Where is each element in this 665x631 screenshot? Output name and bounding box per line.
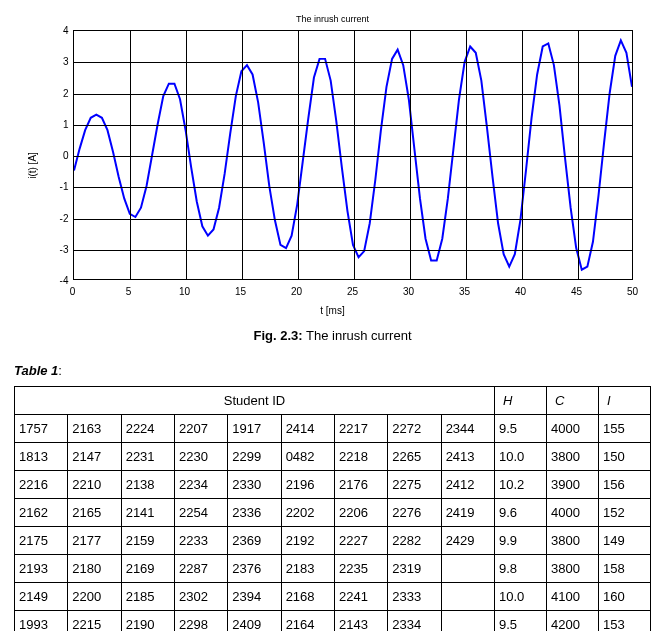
cell-student-id: 2298 bbox=[174, 611, 227, 632]
cell-C: 3800 bbox=[547, 555, 599, 583]
cell-student-id bbox=[441, 611, 494, 632]
figure-caption: Fig. 2.3: The inrush current bbox=[10, 328, 655, 343]
cell-student-id: 2207 bbox=[174, 415, 227, 443]
cell-student-id: 2141 bbox=[121, 499, 174, 527]
cell-student-id bbox=[441, 583, 494, 611]
cell-student-id: 2143 bbox=[334, 611, 387, 632]
cell-student-id: 2394 bbox=[228, 583, 281, 611]
cell-student-id: 2276 bbox=[388, 499, 441, 527]
table-row: 2162216521412254233622022206227624199.64… bbox=[15, 499, 651, 527]
cell-student-id: 2419 bbox=[441, 499, 494, 527]
y-tick: 1 bbox=[29, 118, 69, 129]
cell-H: 10.2 bbox=[495, 471, 547, 499]
cell-student-id: 2200 bbox=[68, 583, 121, 611]
x-axis-label: t [ms] bbox=[320, 305, 344, 316]
cell-student-id: 2414 bbox=[281, 415, 334, 443]
cell-student-id: 2272 bbox=[388, 415, 441, 443]
figure-label: Fig. 2.3: bbox=[253, 328, 302, 343]
header-student-id: Student ID bbox=[15, 387, 495, 415]
cell-student-id: 2233 bbox=[174, 527, 227, 555]
cell-student-id: 2254 bbox=[174, 499, 227, 527]
cell-student-id: 2218 bbox=[334, 443, 387, 471]
x-tick: 15 bbox=[235, 286, 246, 297]
x-tick: 25 bbox=[347, 286, 358, 297]
table-row: 2149220021852302239421682241233310.04100… bbox=[15, 583, 651, 611]
cell-student-id: 2241 bbox=[334, 583, 387, 611]
cell-student-id: 2164 bbox=[281, 611, 334, 632]
y-tick: 4 bbox=[29, 25, 69, 36]
cell-student-id: 1813 bbox=[15, 443, 68, 471]
cell-student-id: 2230 bbox=[174, 443, 227, 471]
cell-student-id: 2334 bbox=[388, 611, 441, 632]
header-H: H bbox=[495, 387, 547, 415]
x-tick: 50 bbox=[627, 286, 638, 297]
table-row: 199322152190229824092164214323349.542001… bbox=[15, 611, 651, 632]
table-title: Table 1: bbox=[14, 363, 655, 378]
cell-student-id: 2231 bbox=[121, 443, 174, 471]
table-row: 1757216322242207191724142217227223449.54… bbox=[15, 415, 651, 443]
data-table: Student ID H C I 17572163222422071917241… bbox=[14, 386, 651, 631]
cell-student-id: 2165 bbox=[68, 499, 121, 527]
cell-student-id: 2217 bbox=[334, 415, 387, 443]
cell-student-id: 2177 bbox=[68, 527, 121, 555]
cell-C: 4000 bbox=[547, 499, 599, 527]
cell-student-id: 2333 bbox=[388, 583, 441, 611]
cell-student-id: 1993 bbox=[15, 611, 68, 632]
cell-student-id: 2202 bbox=[281, 499, 334, 527]
table-title-label: Table 1 bbox=[14, 363, 58, 378]
y-tick: -3 bbox=[29, 243, 69, 254]
header-I: I bbox=[599, 387, 651, 415]
y-tick: 0 bbox=[29, 150, 69, 161]
header-C: C bbox=[547, 387, 599, 415]
cell-C: 4100 bbox=[547, 583, 599, 611]
y-tick: -1 bbox=[29, 181, 69, 192]
cell-student-id: 2185 bbox=[121, 583, 174, 611]
cell-student-id: 2369 bbox=[228, 527, 281, 555]
cell-student-id bbox=[441, 555, 494, 583]
inrush-current-chart: The inrush current i(t) [A] t [ms] 05101… bbox=[13, 10, 653, 320]
x-tick: 30 bbox=[403, 286, 414, 297]
cell-H: 10.0 bbox=[495, 443, 547, 471]
cell-student-id: 2235 bbox=[334, 555, 387, 583]
cell-student-id: 1917 bbox=[228, 415, 281, 443]
cell-student-id: 2336 bbox=[228, 499, 281, 527]
cell-H: 9.9 bbox=[495, 527, 547, 555]
curve-line bbox=[74, 31, 632, 279]
cell-H: 9.8 bbox=[495, 555, 547, 583]
cell-student-id: 2330 bbox=[228, 471, 281, 499]
cell-student-id: 2282 bbox=[388, 527, 441, 555]
cell-student-id: 2215 bbox=[68, 611, 121, 632]
x-tick: 40 bbox=[515, 286, 526, 297]
cell-I: 153 bbox=[599, 611, 651, 632]
cell-student-id: 2234 bbox=[174, 471, 227, 499]
cell-student-id: 2287 bbox=[174, 555, 227, 583]
cell-student-id: 2163 bbox=[68, 415, 121, 443]
y-tick: -4 bbox=[29, 275, 69, 286]
cell-student-id: 2275 bbox=[388, 471, 441, 499]
cell-I: 152 bbox=[599, 499, 651, 527]
cell-student-id: 2138 bbox=[121, 471, 174, 499]
cell-student-id: 2193 bbox=[15, 555, 68, 583]
y-tick: 3 bbox=[29, 56, 69, 67]
cell-student-id: 2192 bbox=[281, 527, 334, 555]
x-tick: 10 bbox=[179, 286, 190, 297]
cell-C: 3900 bbox=[547, 471, 599, 499]
x-tick: 20 bbox=[291, 286, 302, 297]
cell-student-id: 2344 bbox=[441, 415, 494, 443]
cell-student-id: 2175 bbox=[15, 527, 68, 555]
cell-student-id: 1757 bbox=[15, 415, 68, 443]
x-tick: 0 bbox=[70, 286, 76, 297]
cell-student-id: 2190 bbox=[121, 611, 174, 632]
table-row: 219321802169228723762183223523199.838001… bbox=[15, 555, 651, 583]
x-tick: 45 bbox=[571, 286, 582, 297]
cell-student-id: 2299 bbox=[228, 443, 281, 471]
cell-student-id: 2265 bbox=[388, 443, 441, 471]
cell-student-id: 2168 bbox=[281, 583, 334, 611]
table-row: 2175217721592233236921922227228224299.93… bbox=[15, 527, 651, 555]
chart-title: The inrush current bbox=[13, 10, 653, 26]
cell-I: 149 bbox=[599, 527, 651, 555]
cell-student-id: 2176 bbox=[334, 471, 387, 499]
cell-student-id: 2302 bbox=[174, 583, 227, 611]
cell-student-id: 2196 bbox=[281, 471, 334, 499]
plot-area bbox=[73, 30, 633, 280]
